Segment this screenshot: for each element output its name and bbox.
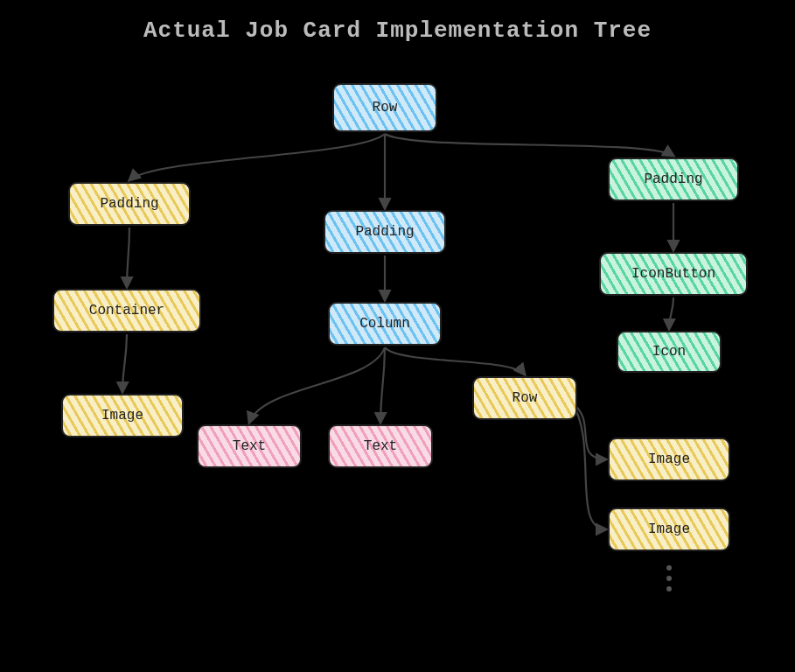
node-row-mid: Row	[472, 376, 577, 420]
node-image-1: Image	[608, 438, 730, 481]
node-padding-left: Padding	[68, 182, 191, 226]
node-row-root: Row	[332, 83, 437, 132]
edge-m_col-to-m_row	[385, 347, 525, 374]
edge-l_container-to-l_image	[122, 334, 127, 392]
edge-m_col-to-m_text1	[249, 347, 385, 423]
node-image-left: Image	[61, 394, 184, 438]
node-container: Container	[52, 289, 201, 332]
edge-m_row-to-m_img2	[572, 403, 606, 529]
edge-l_pad-to-l_container	[127, 228, 129, 287]
edge-r_icb-to-r_icon	[669, 298, 673, 329]
edge-root-to-r_pad	[385, 134, 673, 156]
node-iconbutton: IconButton	[599, 252, 748, 296]
edge-root-to-l_pad	[129, 134, 385, 180]
ellipsis-dots	[666, 565, 672, 592]
node-text-1: Text	[197, 424, 302, 468]
node-column: Column	[328, 302, 442, 346]
node-text-2: Text	[328, 424, 433, 468]
edge-m_col-to-m_text2	[380, 347, 385, 423]
node-padding-right: Padding	[608, 158, 739, 201]
node-icon: Icon	[617, 331, 722, 373]
node-padding-mid: Padding	[324, 210, 446, 254]
node-image-2: Image	[608, 508, 730, 551]
diagram-title: Actual Job Card Implementation Tree	[0, 18, 795, 44]
